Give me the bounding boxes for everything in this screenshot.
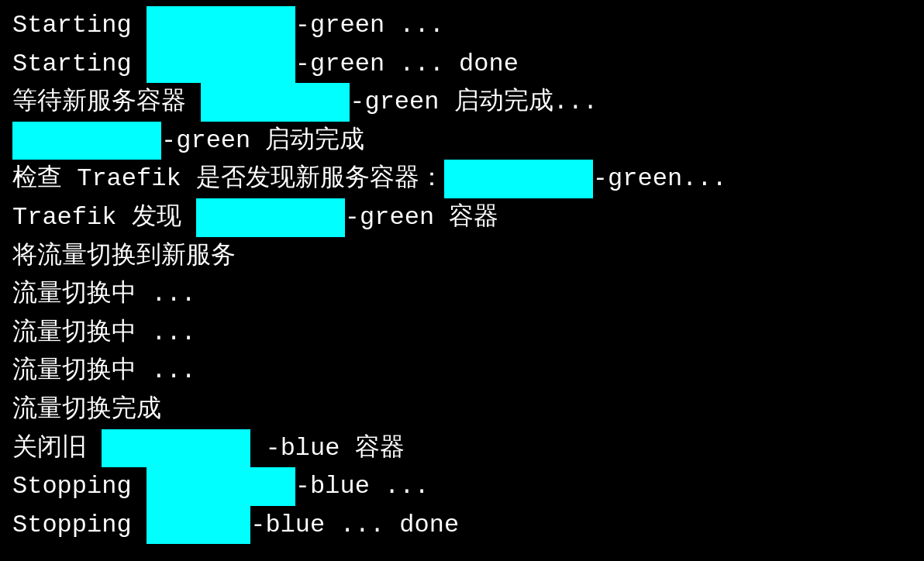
redacted-highlight (201, 83, 350, 122)
terminal-text: -blue ... (295, 467, 429, 506)
redacted-highlight (444, 160, 593, 198)
redacted-highlight (147, 45, 295, 84)
terminal-line: Stopping -blue ... (12, 467, 912, 506)
terminal-text: -green ... done (295, 45, 519, 84)
terminal-text: -blue 容器 (250, 429, 404, 468)
terminal-text: -green... (593, 160, 727, 198)
terminal-line: Starting -green ... done (12, 45, 912, 84)
redacted-highlight (12, 122, 161, 160)
terminal-text: 关闭旧 (12, 429, 102, 468)
terminal-text: -green 启动完成... (350, 83, 598, 122)
terminal-line: 流量切换中 ... (12, 275, 912, 314)
terminal-line: Stopping -blue ... done (12, 506, 912, 545)
terminal-text: Starting (12, 6, 147, 45)
terminal-line: Traefik 发现 -green 容器 (12, 198, 912, 237)
terminal-text: -blue ... done (250, 506, 459, 545)
terminal-text: -green 启动完成 (161, 122, 364, 160)
terminal-line: -green 启动完成 (12, 122, 912, 160)
terminal-line: 流量切换完成 (12, 391, 912, 429)
terminal-line: Starting -green ... (12, 6, 912, 45)
terminal-text: 将流量切换到新服务 (12, 237, 236, 276)
terminal-container: Starting -green ...Starting -green ... d… (12, 6, 912, 544)
redacted-highlight (147, 506, 250, 545)
redacted-highlight (196, 198, 345, 237)
terminal-line: 将流量切换到新服务 (12, 237, 912, 276)
redacted-highlight (147, 6, 295, 45)
terminal-text: 流量切换完成 (12, 391, 161, 429)
terminal-line: 流量切换中 ... (12, 314, 912, 353)
terminal-text: 流量切换中 ... (12, 352, 196, 391)
terminal-text: -green ... (295, 6, 444, 45)
terminal-line: 检查 Traefik 是否发现新服务容器： -green... (12, 160, 912, 198)
terminal-text: 流量切换中 ... (12, 275, 196, 314)
terminal-line: 关闭旧 -blue 容器 (12, 429, 912, 468)
terminal-text: Traefik 发现 (12, 198, 196, 237)
redacted-highlight (147, 467, 295, 506)
terminal-text: Stopping (12, 506, 147, 545)
terminal-text: Stopping (12, 467, 147, 506)
terminal-line: 等待新服务容器 -green 启动完成... (12, 83, 912, 122)
terminal-text: 等待新服务容器 (12, 83, 201, 122)
terminal-line: 流量切换中 ... (12, 352, 912, 391)
redacted-highlight (102, 429, 250, 468)
terminal-text: 检查 Traefik 是否发现新服务容器： (12, 160, 444, 198)
terminal-text: -green 容器 (345, 198, 498, 237)
terminal-text: Starting (12, 45, 147, 84)
terminal-text: 流量切换中 ... (12, 314, 196, 353)
